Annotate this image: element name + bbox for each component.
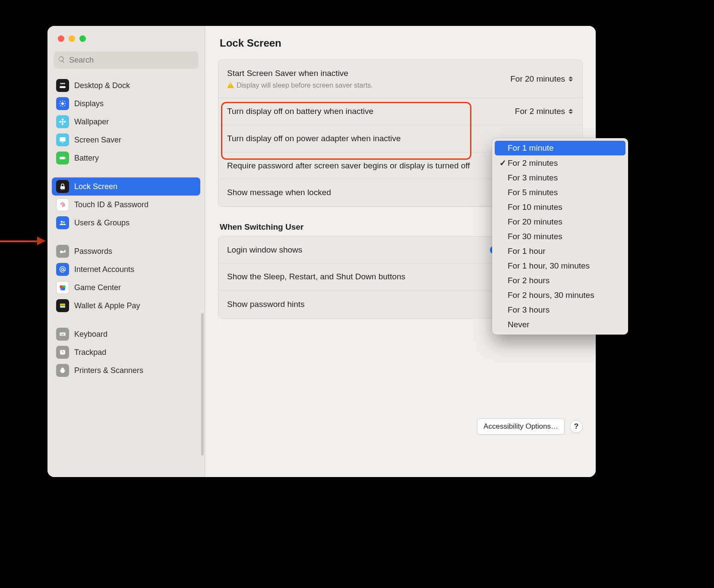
svg-rect-37 — [60, 304, 65, 305]
menu-item-label: For 20 minutes — [508, 217, 562, 227]
sidebar-item-touch-id-password[interactable]: Touch ID & Password — [52, 196, 200, 214]
search-field[interactable] — [54, 51, 199, 69]
sidebar-item-label: Battery — [74, 154, 99, 163]
print-icon — [56, 364, 69, 377]
sidebar-nav: Desktop & DockDisplaysWallpaperScreen Sa… — [47, 76, 205, 379]
accessibility-options-button[interactable]: Accessibility Options… — [477, 418, 565, 435]
duration-popup-menu[interactable]: For 1 minute✓For 2 minutesFor 3 minutesF… — [492, 138, 628, 335]
sidebar-item-printers-scanners[interactable]: Printers & Scanners — [52, 361, 200, 379]
sun-icon — [56, 97, 69, 110]
menu-item[interactable]: ✓For 2 minutes — [495, 155, 626, 171]
menu-item-label: For 5 minutes — [508, 188, 558, 197]
stepper-icon — [568, 107, 574, 116]
svg-rect-21 — [65, 158, 66, 159]
menu-item[interactable]: For 30 minutes — [495, 229, 626, 244]
search-icon — [58, 56, 66, 65]
menu-item[interactable]: For 20 minutes — [495, 215, 626, 229]
menu-item[interactable]: For 2 hours — [495, 273, 626, 288]
svg-rect-22 — [60, 186, 65, 189]
sidebar-item-wallet-apple-pay[interactable]: Wallet & Apple Pay — [52, 297, 200, 315]
finger-icon — [56, 198, 69, 211]
zoom-window-button[interactable] — [79, 35, 86, 42]
svg-point-13 — [62, 121, 64, 123]
sidebar-item-battery[interactable]: Battery — [52, 149, 200, 167]
svg-line-11 — [60, 105, 61, 106]
svg-point-27 — [63, 221, 65, 223]
checkmark-icon: ✓ — [498, 158, 508, 168]
sidebar-item-label: Game Center — [74, 283, 121, 292]
svg-line-9 — [60, 101, 61, 102]
sidebar-item-keyboard[interactable]: Keyboard — [52, 325, 200, 343]
menu-item[interactable]: For 3 minutes — [495, 171, 626, 185]
sidebar-item-label: Passwords — [74, 247, 112, 256]
help-button[interactable]: ? — [570, 420, 583, 433]
sidebar-item-displays[interactable]: Displays — [52, 95, 200, 113]
at-icon — [56, 263, 69, 276]
sidebar-item-label: Screen Saver — [74, 136, 121, 145]
sidebar-item-passwords[interactable]: Passwords — [52, 242, 200, 260]
svg-point-14 — [62, 119, 64, 121]
svg-rect-41 — [62, 334, 63, 335]
sidebar-item-users-groups[interactable]: Users & Groups — [52, 214, 200, 232]
svg-rect-18 — [60, 137, 66, 142]
row-screensaver-note: Display will sleep before screen saver s… — [237, 81, 373, 90]
sidebar-item-internet-accounts[interactable]: Internet Accounts — [52, 260, 200, 278]
svg-rect-43 — [61, 335, 64, 335]
sidebar-item-label: Touch ID & Password — [74, 200, 148, 209]
sidebar-item-desktop-dock[interactable]: Desktop & Dock — [52, 76, 200, 95]
menu-item[interactable]: For 5 minutes — [495, 185, 626, 200]
sidebar-item-label: Lock Screen — [74, 182, 117, 191]
saver-icon — [56, 133, 69, 146]
svg-rect-1 — [60, 83, 62, 84]
screensaver-popup[interactable]: For 20 minutes — [510, 74, 574, 84]
tp-icon — [56, 346, 69, 359]
display-battery-popup[interactable]: For 2 minutes — [515, 107, 574, 116]
menu-item-label: For 1 minute — [508, 143, 554, 153]
menu-item-label: For 1 hour — [508, 247, 546, 256]
svg-line-10 — [64, 105, 65, 106]
menu-item[interactable]: For 1 hour — [495, 244, 626, 259]
sidebar-item-trackpad[interactable]: Trackpad — [52, 343, 200, 361]
close-window-button[interactable] — [58, 35, 64, 42]
svg-rect-42 — [63, 334, 64, 335]
sidebar-item-screen-saver[interactable]: Screen Saver — [52, 131, 200, 149]
sidebar-scrollbar[interactable] — [201, 313, 204, 455]
sidebar-item-label: Trackpad — [74, 348, 106, 357]
battery-icon — [56, 152, 69, 164]
minimize-window-button[interactable] — [69, 35, 75, 42]
svg-rect-0 — [60, 86, 66, 89]
footer: Accessibility Options… ? — [477, 418, 583, 435]
menu-item-label: For 30 minutes — [508, 232, 562, 241]
menu-item-label: For 2 hours — [508, 276, 550, 285]
display-battery-popup-value: For 2 minutes — [515, 107, 565, 116]
sidebar-item-lock-screen[interactable]: Lock Screen — [52, 177, 200, 196]
svg-rect-2 — [62, 83, 63, 84]
menu-item[interactable]: For 3 hours — [495, 303, 626, 317]
sidebar-item-game-center[interactable]: Game Center — [52, 278, 200, 297]
sidebar-item-wallpaper[interactable]: Wallpaper — [52, 113, 200, 131]
sidebar-item-label: Displays — [74, 99, 104, 108]
row-login-window-label: Login window shows — [227, 244, 481, 256]
sidebar-item-label: Desktop & Dock — [74, 81, 130, 90]
stepper-icon — [568, 75, 574, 83]
gc-icon — [56, 281, 69, 294]
flower-icon — [56, 115, 69, 128]
sidebar-item-label: Wallet & Apple Pay — [74, 301, 140, 310]
menu-item-label: For 2 minutes — [508, 158, 558, 168]
menu-item-label: For 10 minutes — [508, 202, 562, 212]
sidebar-item-label: Printers & Scanners — [74, 366, 143, 375]
search-input[interactable] — [69, 56, 194, 65]
svg-rect-47 — [61, 371, 64, 373]
menu-item[interactable]: For 10 minutes — [495, 200, 626, 215]
users-icon — [56, 216, 69, 229]
svg-rect-38 — [60, 305, 65, 307]
menu-item[interactable]: For 1 hour, 30 minutes — [495, 259, 626, 273]
menu-item[interactable]: For 2 hours, 30 minutes — [495, 288, 626, 303]
sidebar-item-label: Keyboard — [74, 330, 107, 339]
svg-rect-20 — [60, 157, 65, 159]
wallet-icon — [56, 299, 69, 312]
menu-item[interactable]: For 1 minute — [495, 141, 626, 155]
svg-point-17 — [64, 121, 66, 123]
menu-item[interactable]: Never — [495, 317, 626, 332]
sidebar: Desktop & DockDisplaysWallpaperScreen Sa… — [47, 26, 205, 477]
